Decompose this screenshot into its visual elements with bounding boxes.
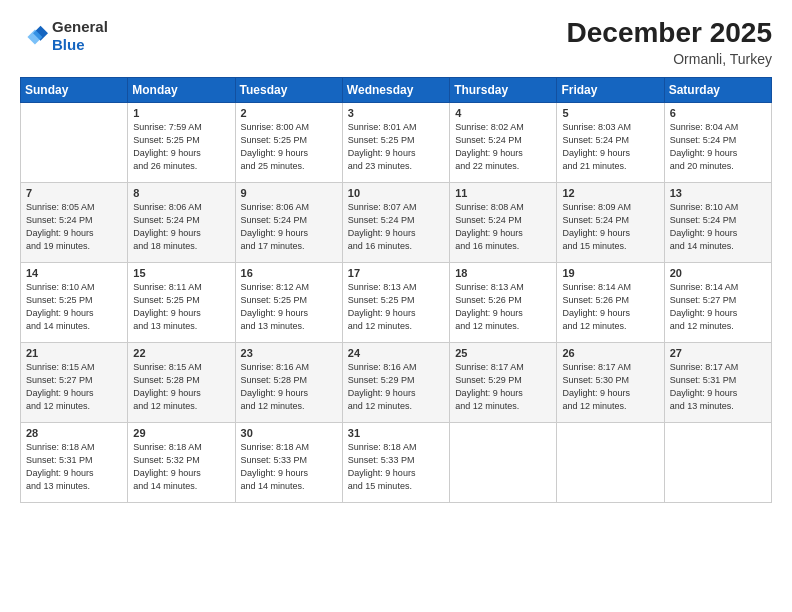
col-saturday: Saturday: [664, 77, 771, 102]
table-row: 16Sunrise: 8:12 AM Sunset: 5:25 PM Dayli…: [235, 262, 342, 342]
table-row: 19Sunrise: 8:14 AM Sunset: 5:26 PM Dayli…: [557, 262, 664, 342]
table-row: 18Sunrise: 8:13 AM Sunset: 5:26 PM Dayli…: [450, 262, 557, 342]
day-info: Sunrise: 8:02 AM Sunset: 5:24 PM Dayligh…: [455, 121, 552, 173]
header-row: Sunday Monday Tuesday Wednesday Thursday…: [21, 77, 772, 102]
day-info: Sunrise: 8:03 AM Sunset: 5:24 PM Dayligh…: [562, 121, 659, 173]
day-number: 17: [348, 267, 445, 279]
col-sunday: Sunday: [21, 77, 128, 102]
day-number: 11: [455, 187, 552, 199]
table-row: 25Sunrise: 8:17 AM Sunset: 5:29 PM Dayli…: [450, 342, 557, 422]
day-info: Sunrise: 8:07 AM Sunset: 5:24 PM Dayligh…: [348, 201, 445, 253]
table-row: 4Sunrise: 8:02 AM Sunset: 5:24 PM Daylig…: [450, 102, 557, 182]
day-info: Sunrise: 8:08 AM Sunset: 5:24 PM Dayligh…: [455, 201, 552, 253]
table-row: 20Sunrise: 8:14 AM Sunset: 5:27 PM Dayli…: [664, 262, 771, 342]
day-info: Sunrise: 8:17 AM Sunset: 5:29 PM Dayligh…: [455, 361, 552, 413]
table-row: 13Sunrise: 8:10 AM Sunset: 5:24 PM Dayli…: [664, 182, 771, 262]
day-number: 2: [241, 107, 338, 119]
table-row: 27Sunrise: 8:17 AM Sunset: 5:31 PM Dayli…: [664, 342, 771, 422]
day-info: Sunrise: 8:12 AM Sunset: 5:25 PM Dayligh…: [241, 281, 338, 333]
table-row: 3Sunrise: 8:01 AM Sunset: 5:25 PM Daylig…: [342, 102, 449, 182]
day-info: Sunrise: 8:13 AM Sunset: 5:26 PM Dayligh…: [455, 281, 552, 333]
day-info: Sunrise: 8:10 AM Sunset: 5:25 PM Dayligh…: [26, 281, 123, 333]
day-info: Sunrise: 8:14 AM Sunset: 5:27 PM Dayligh…: [670, 281, 767, 333]
day-info: Sunrise: 8:18 AM Sunset: 5:33 PM Dayligh…: [348, 441, 445, 493]
main-title: December 2025: [567, 18, 772, 49]
day-info: Sunrise: 8:18 AM Sunset: 5:31 PM Dayligh…: [26, 441, 123, 493]
logo: General Blue: [20, 18, 108, 54]
table-row: 30Sunrise: 8:18 AM Sunset: 5:33 PM Dayli…: [235, 422, 342, 502]
logo-text: General Blue: [52, 18, 108, 54]
subtitle: Ormanli, Turkey: [567, 51, 772, 67]
table-row: 29Sunrise: 8:18 AM Sunset: 5:32 PM Dayli…: [128, 422, 235, 502]
col-friday: Friday: [557, 77, 664, 102]
day-number: 5: [562, 107, 659, 119]
day-number: 20: [670, 267, 767, 279]
day-info: Sunrise: 8:16 AM Sunset: 5:29 PM Dayligh…: [348, 361, 445, 413]
day-number: 12: [562, 187, 659, 199]
day-info: Sunrise: 8:01 AM Sunset: 5:25 PM Dayligh…: [348, 121, 445, 173]
day-info: Sunrise: 8:16 AM Sunset: 5:28 PM Dayligh…: [241, 361, 338, 413]
col-thursday: Thursday: [450, 77, 557, 102]
logo-icon: [20, 22, 48, 50]
day-number: 28: [26, 427, 123, 439]
day-number: 26: [562, 347, 659, 359]
day-info: Sunrise: 8:06 AM Sunset: 5:24 PM Dayligh…: [241, 201, 338, 253]
table-row: 31Sunrise: 8:18 AM Sunset: 5:33 PM Dayli…: [342, 422, 449, 502]
table-row: 26Sunrise: 8:17 AM Sunset: 5:30 PM Dayli…: [557, 342, 664, 422]
day-info: Sunrise: 7:59 AM Sunset: 5:25 PM Dayligh…: [133, 121, 230, 173]
col-wednesday: Wednesday: [342, 77, 449, 102]
day-number: 1: [133, 107, 230, 119]
col-monday: Monday: [128, 77, 235, 102]
day-number: 31: [348, 427, 445, 439]
table-row: 7Sunrise: 8:05 AM Sunset: 5:24 PM Daylig…: [21, 182, 128, 262]
col-tuesday: Tuesday: [235, 77, 342, 102]
table-row: [557, 422, 664, 502]
day-info: Sunrise: 8:05 AM Sunset: 5:24 PM Dayligh…: [26, 201, 123, 253]
day-number: 8: [133, 187, 230, 199]
table-row: [21, 102, 128, 182]
day-number: 30: [241, 427, 338, 439]
day-number: 4: [455, 107, 552, 119]
table-row: 11Sunrise: 8:08 AM Sunset: 5:24 PM Dayli…: [450, 182, 557, 262]
table-row: 1Sunrise: 7:59 AM Sunset: 5:25 PM Daylig…: [128, 102, 235, 182]
day-number: 23: [241, 347, 338, 359]
table-row: 5Sunrise: 8:03 AM Sunset: 5:24 PM Daylig…: [557, 102, 664, 182]
day-number: 18: [455, 267, 552, 279]
day-info: Sunrise: 8:18 AM Sunset: 5:32 PM Dayligh…: [133, 441, 230, 493]
table-row: 24Sunrise: 8:16 AM Sunset: 5:29 PM Dayli…: [342, 342, 449, 422]
table-row: 17Sunrise: 8:13 AM Sunset: 5:25 PM Dayli…: [342, 262, 449, 342]
calendar-row: 1Sunrise: 7:59 AM Sunset: 5:25 PM Daylig…: [21, 102, 772, 182]
day-info: Sunrise: 8:15 AM Sunset: 5:27 PM Dayligh…: [26, 361, 123, 413]
header: General Blue December 2025 Ormanli, Turk…: [20, 18, 772, 67]
table-row: [450, 422, 557, 502]
day-info: Sunrise: 8:00 AM Sunset: 5:25 PM Dayligh…: [241, 121, 338, 173]
title-block: December 2025 Ormanli, Turkey: [567, 18, 772, 67]
day-info: Sunrise: 8:17 AM Sunset: 5:30 PM Dayligh…: [562, 361, 659, 413]
day-info: Sunrise: 8:14 AM Sunset: 5:26 PM Dayligh…: [562, 281, 659, 333]
table-row: 10Sunrise: 8:07 AM Sunset: 5:24 PM Dayli…: [342, 182, 449, 262]
calendar-row: 21Sunrise: 8:15 AM Sunset: 5:27 PM Dayli…: [21, 342, 772, 422]
calendar-table: Sunday Monday Tuesday Wednesday Thursday…: [20, 77, 772, 503]
day-info: Sunrise: 8:06 AM Sunset: 5:24 PM Dayligh…: [133, 201, 230, 253]
day-number: 6: [670, 107, 767, 119]
day-number: 13: [670, 187, 767, 199]
table-row: 28Sunrise: 8:18 AM Sunset: 5:31 PM Dayli…: [21, 422, 128, 502]
day-number: 24: [348, 347, 445, 359]
day-number: 29: [133, 427, 230, 439]
table-row: 21Sunrise: 8:15 AM Sunset: 5:27 PM Dayli…: [21, 342, 128, 422]
table-row: 15Sunrise: 8:11 AM Sunset: 5:25 PM Dayli…: [128, 262, 235, 342]
day-info: Sunrise: 8:18 AM Sunset: 5:33 PM Dayligh…: [241, 441, 338, 493]
table-row: [664, 422, 771, 502]
day-number: 25: [455, 347, 552, 359]
calendar-row: 7Sunrise: 8:05 AM Sunset: 5:24 PM Daylig…: [21, 182, 772, 262]
day-number: 19: [562, 267, 659, 279]
day-number: 15: [133, 267, 230, 279]
page: General Blue December 2025 Ormanli, Turk…: [0, 0, 792, 612]
day-info: Sunrise: 8:10 AM Sunset: 5:24 PM Dayligh…: [670, 201, 767, 253]
day-number: 7: [26, 187, 123, 199]
day-number: 16: [241, 267, 338, 279]
table-row: 8Sunrise: 8:06 AM Sunset: 5:24 PM Daylig…: [128, 182, 235, 262]
day-number: 3: [348, 107, 445, 119]
table-row: 2Sunrise: 8:00 AM Sunset: 5:25 PM Daylig…: [235, 102, 342, 182]
day-info: Sunrise: 8:13 AM Sunset: 5:25 PM Dayligh…: [348, 281, 445, 333]
